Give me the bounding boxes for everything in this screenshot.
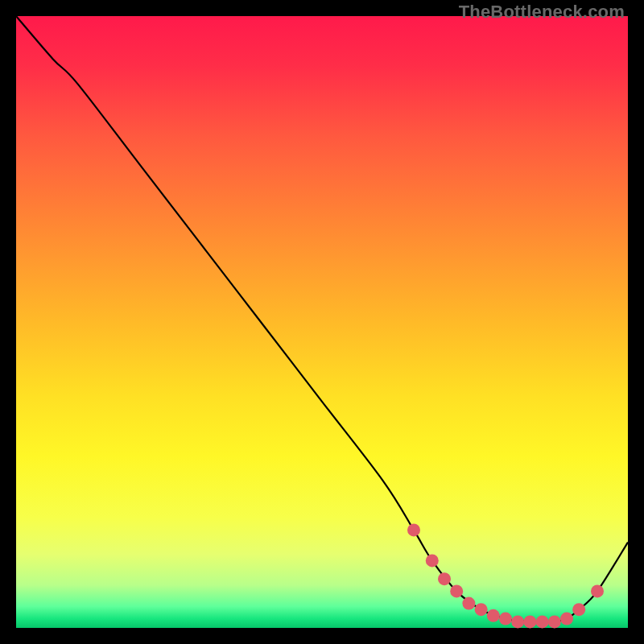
- curve-marker: [487, 609, 500, 622]
- curve-marker: [511, 615, 524, 628]
- chart-frame: [16, 16, 628, 628]
- chart-curve-layer: [16, 16, 628, 628]
- curve-marker: [475, 603, 488, 616]
- curve-markers: [407, 523, 604, 628]
- curve-marker: [407, 523, 420, 536]
- curve-marker: [438, 572, 451, 585]
- curve-marker: [591, 584, 604, 597]
- curve-marker: [499, 613, 512, 625]
- curve-marker: [536, 615, 549, 628]
- bottleneck-curve: [16, 16, 628, 622]
- curve-marker: [523, 615, 536, 628]
- curve-marker: [426, 554, 439, 567]
- curve-marker: [450, 584, 463, 597]
- curve-marker: [462, 597, 475, 610]
- curve-marker: [560, 613, 573, 625]
- curve-marker: [548, 615, 561, 628]
- curve-marker: [572, 603, 585, 616]
